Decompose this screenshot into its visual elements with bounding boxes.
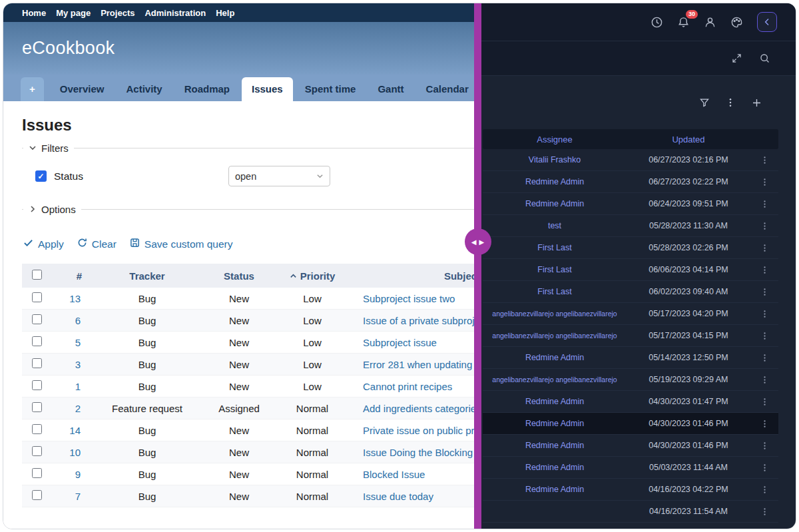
assignee-link[interactable]: Redmine Admin xyxy=(483,397,627,406)
header-status[interactable]: Status xyxy=(203,264,275,288)
issue-subject-link[interactable]: Subproject issue two xyxy=(363,293,455,304)
issue-id-link[interactable]: 9 xyxy=(75,469,81,480)
row-checkbox[interactable] xyxy=(32,402,42,412)
menu-help[interactable]: Help xyxy=(216,8,234,18)
header-id[interactable]: # xyxy=(51,264,91,288)
assignee-link[interactable]: Redmine Admin xyxy=(483,353,627,362)
row-menu-kebab-icon[interactable] xyxy=(750,463,778,473)
issue-id-link[interactable]: 13 xyxy=(69,293,81,304)
history-clock-icon[interactable] xyxy=(648,13,665,31)
more-options-icon[interactable] xyxy=(722,94,739,111)
status-filter-checkbox[interactable]: ✓ xyxy=(35,170,47,182)
issue-subject-link[interactable]: Add ingredients categories xyxy=(363,403,477,414)
issue-id-link[interactable]: 14 xyxy=(69,425,81,436)
notifications-bell-icon[interactable]: 30 xyxy=(674,13,692,31)
row-menu-kebab-icon[interactable] xyxy=(750,199,778,209)
user-profile-icon[interactable] xyxy=(701,13,718,31)
row-menu-kebab-icon[interactable] xyxy=(750,155,778,165)
new-object-tab[interactable]: + xyxy=(21,77,44,101)
row-checkbox[interactable] xyxy=(32,358,42,368)
issue-id-link[interactable]: 2 xyxy=(75,403,81,414)
row-menu-kebab-icon[interactable] xyxy=(750,309,778,319)
issue-subject-link[interactable]: Error 281 when updating a xyxy=(363,359,477,370)
row-menu-kebab-icon[interactable] xyxy=(750,331,778,341)
row-checkbox[interactable] xyxy=(32,314,42,324)
row-menu-kebab-icon[interactable] xyxy=(750,419,778,429)
select-all-checkbox[interactable] xyxy=(32,270,42,280)
filter-funnel-icon[interactable] xyxy=(696,94,713,111)
add-issue-icon[interactable] xyxy=(748,94,765,111)
row-checkbox[interactable] xyxy=(32,424,42,434)
issue-id-link[interactable]: 3 xyxy=(75,359,81,370)
row-menu-kebab-icon[interactable] xyxy=(750,375,778,385)
clear-button[interactable]: Clear xyxy=(77,238,117,250)
menu-my-page[interactable]: My page xyxy=(56,8,91,18)
filters-legend[interactable]: Filters xyxy=(23,142,74,154)
issue-subject-link[interactable]: Subproject issue xyxy=(363,337,437,348)
issue-id-link[interactable]: 1 xyxy=(75,381,81,392)
assignee-link[interactable]: test xyxy=(483,221,627,230)
assignee-link[interactable]: Redmine Admin xyxy=(483,199,627,208)
issue-id-link[interactable]: 5 xyxy=(75,337,81,348)
tab-roadmap[interactable]: Roadmap xyxy=(174,77,240,101)
select-all-header[interactable] xyxy=(22,264,51,288)
row-checkbox[interactable] xyxy=(32,446,42,456)
assignee-link[interactable]: First Last xyxy=(483,287,627,296)
header-subject[interactable]: Subject xyxy=(350,264,477,288)
assignee-link[interactable]: First Last xyxy=(483,243,627,252)
search-icon[interactable] xyxy=(756,50,773,67)
header-priority[interactable]: Priority xyxy=(275,264,350,288)
menu-home[interactable]: Home xyxy=(22,8,46,18)
row-checkbox[interactable] xyxy=(32,336,42,346)
tab-calendar[interactable]: Calendar xyxy=(416,77,477,101)
header-updated[interactable]: Updated xyxy=(627,134,750,144)
comparison-slider-handle[interactable]: ◀ ▶ xyxy=(465,228,491,255)
issue-subject-link[interactable]: Issue due today xyxy=(363,491,433,502)
back-arrow-button[interactable] xyxy=(757,12,777,32)
header-tracker[interactable]: Tracker xyxy=(91,264,203,288)
status-operator-select[interactable]: open xyxy=(228,166,330,186)
row-menu-kebab-icon[interactable] xyxy=(750,221,778,231)
save-custom-query-button[interactable]: Save custom query xyxy=(130,238,233,250)
issue-id-link[interactable]: 7 xyxy=(75,491,81,502)
tab-activity[interactable]: Activity xyxy=(116,77,172,101)
assignee-link[interactable]: Redmine Admin xyxy=(483,177,627,186)
row-menu-kebab-icon[interactable] xyxy=(750,243,778,253)
issue-subject-link[interactable]: Private issue on public pro xyxy=(363,425,477,436)
assignee-link[interactable]: angelibanezvillarejo angelibanezvillarej… xyxy=(483,376,627,384)
tab-issues[interactable]: Issues xyxy=(242,77,293,101)
row-checkbox[interactable] xyxy=(32,380,42,390)
assignee-link[interactable]: angelibanezvillarejo angelibanezvillarej… xyxy=(483,310,627,318)
row-checkbox[interactable] xyxy=(32,292,42,302)
row-menu-kebab-icon[interactable] xyxy=(750,353,778,363)
theme-palette-icon[interactable] xyxy=(728,13,745,31)
assignee-link[interactable]: Vitalii Frashko xyxy=(483,155,627,164)
assignee-link[interactable]: Redmine Admin xyxy=(483,419,627,428)
expand-icon[interactable] xyxy=(728,50,745,67)
issue-subject-link[interactable]: Cannot print recipes xyxy=(363,381,452,392)
assignee-link[interactable]: angelibanezvillarejo angelibanezvillarej… xyxy=(483,332,627,340)
issue-subject-link[interactable]: Issue Doing the Blocking xyxy=(363,447,473,458)
issue-id-link[interactable]: 6 xyxy=(75,315,81,326)
tab-gantt[interactable]: Gantt xyxy=(368,77,413,101)
row-menu-kebab-icon[interactable] xyxy=(750,287,778,297)
row-menu-kebab-icon[interactable] xyxy=(750,265,778,275)
row-menu-kebab-icon[interactable] xyxy=(750,507,778,517)
assignee-link[interactable]: Redmine Admin xyxy=(483,463,627,472)
comparison-slider-bar[interactable]: ◀ ▶ xyxy=(474,3,481,529)
issue-id-link[interactable]: 10 xyxy=(69,447,81,458)
apply-button[interactable]: Apply xyxy=(23,238,64,250)
row-checkbox[interactable] xyxy=(32,468,42,478)
row-menu-kebab-icon[interactable] xyxy=(750,397,778,407)
menu-projects[interactable]: Projects xyxy=(101,8,134,18)
menu-administration[interactable]: Administration xyxy=(144,8,206,18)
row-menu-kebab-icon[interactable] xyxy=(750,441,778,451)
assignee-link[interactable]: Redmine Admin xyxy=(483,485,627,494)
row-menu-kebab-icon[interactable] xyxy=(750,485,778,495)
tab-spent-time[interactable]: Spent time xyxy=(295,77,366,101)
issue-subject-link[interactable]: Issue of a private subproje xyxy=(363,315,477,326)
row-checkbox[interactable] xyxy=(32,490,42,500)
header-assignee[interactable]: Assignee xyxy=(483,134,627,144)
row-menu-kebab-icon[interactable] xyxy=(750,177,778,187)
assignee-link[interactable]: First Last xyxy=(483,265,627,274)
